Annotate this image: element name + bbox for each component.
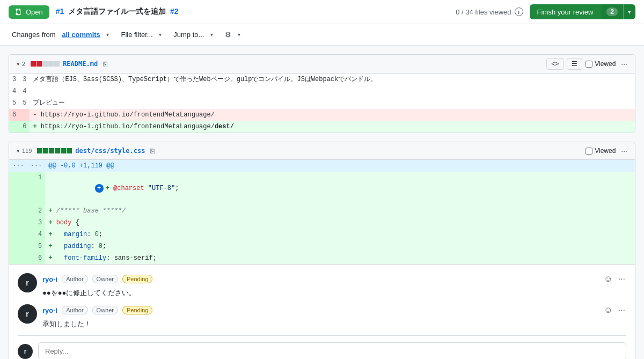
settings-caret: ▾: [238, 32, 240, 38]
viewed-checkbox-style-css[interactable]: Viewed: [586, 147, 616, 155]
hunk-ellipsis: ···: [27, 160, 46, 172]
all-commits-caret: ▾: [106, 32, 109, 38]
plus-sign: +: [48, 254, 52, 262]
finish-review-caret[interactable]: ▾: [623, 4, 635, 19]
charset-keyword: @charset: [113, 185, 144, 192]
collapse-icon: ▾: [17, 61, 20, 68]
line-content: + body {: [45, 217, 635, 229]
pending-badge-1: Pending: [122, 275, 152, 283]
pr-number-1: #1: [56, 7, 64, 16]
readme-filename: README.md: [63, 60, 98, 68]
line-num-new: [19, 109, 30, 121]
info-icon[interactable]: i: [515, 8, 523, 16]
file-view-button-readme[interactable]: ☰: [567, 58, 582, 70]
add-comment-button[interactable]: +: [95, 184, 104, 193]
viewed-input-readme[interactable]: [586, 61, 592, 68]
reply-input[interactable]: [38, 342, 626, 359]
pr-title-text: メタ言語ファイル一式を追加: [68, 7, 166, 16]
prop-margin: margin: [64, 231, 87, 238]
emoji-button-2[interactable]: ☺: [603, 304, 613, 316]
line-num-old: [9, 252, 27, 264]
file-header-right-readme: <> ☰ Viewed ···: [546, 58, 630, 70]
prop-fontfamily: font-family: [64, 254, 106, 262]
comment-body-1: ●●を●●に修正してください。: [42, 288, 626, 298]
hunk-label: @@ -0,0 +1,119 @@: [45, 160, 635, 172]
username-2: ryo-i: [42, 306, 57, 314]
open-button[interactable]: Open: [9, 5, 49, 19]
diff-row-added: 1 ++ @charset "UTF-8";: [9, 172, 635, 205]
more-options-readme-button[interactable]: ···: [619, 58, 630, 69]
line-num-new: 5: [27, 240, 46, 252]
copy-style-css-path-button[interactable]: ⎘: [148, 146, 157, 156]
collapse-style-css-button[interactable]: ▾ 119: [14, 146, 34, 156]
diff-row: 3 3 メタ言語（EJS、Sass(SCSS)、TypeScript）で作ったW…: [9, 74, 635, 85]
file-filter-label: File filter...: [121, 31, 152, 39]
emoji-button-1[interactable]: ☺: [603, 273, 613, 285]
line-content: + font-family: sans-serif;: [45, 252, 635, 264]
jump-to[interactable]: Jump to... ▾: [170, 28, 216, 41]
line-content: - https://ryo-i.github.io/frontendMetaLa…: [30, 109, 635, 121]
comment-card-1: r ryo-i Author Owner Pending ☺ ···: [18, 273, 626, 298]
comment-section: r ryo-i Author Owner Pending ☺ ···: [9, 264, 635, 359]
line-num-new: 4: [27, 229, 46, 240]
settings[interactable]: ⚙ ▾: [222, 28, 244, 41]
readme-line-count: 2: [22, 61, 25, 67]
collapse-readme-button[interactable]: ▾ 2: [14, 60, 27, 69]
copy-readme-path-button[interactable]: ⎘: [101, 59, 109, 69]
line-num-old: [9, 240, 27, 252]
diff-stats-style-css: [37, 148, 72, 153]
diff-stat-bar: [31, 61, 36, 67]
viewed-checkbox-readme[interactable]: Viewed: [586, 60, 616, 68]
diff-row-added: 6 + https://ryo-i.github.io/frontendMeta…: [9, 121, 635, 133]
finish-review-badge[interactable]: 2: [601, 4, 623, 19]
files-viewed-count: 0 / 34 files viewed: [456, 8, 511, 16]
review-count-badge: 2: [606, 8, 618, 16]
code-view-button-readme[interactable]: <>: [546, 58, 564, 70]
comment-token: /***** base *****/: [56, 207, 126, 215]
diff-stat-bar: [37, 148, 42, 153]
changes-from-label: Changes from: [12, 31, 56, 39]
line-content: ++ @charset "UTF-8";: [45, 172, 635, 205]
comment-actions-1: ☺ ···: [603, 273, 626, 285]
file-filter-caret: ▾: [159, 32, 162, 38]
style-css-line-count: 119: [22, 148, 32, 154]
avatar-1: r: [18, 273, 37, 292]
diff-stat-bar: [36, 61, 42, 67]
line-num-new: 6: [27, 252, 46, 264]
diff-stat-bar: [54, 61, 60, 67]
line-num-old: [9, 229, 27, 240]
more-actions-1[interactable]: ···: [617, 273, 626, 285]
pr-number-2: #2: [170, 7, 179, 16]
file-header-left-readme: ▾ 2 README.md ⎘: [14, 59, 542, 69]
username-1: ryo-i: [42, 275, 57, 283]
avatar-2: r: [18, 304, 37, 324]
line-num-new: 2: [27, 205, 46, 217]
line-content: + /***** base *****/: [45, 205, 635, 217]
line-num-old: 5: [9, 97, 19, 109]
changes-from-filter[interactable]: Changes from all commits ▾: [9, 28, 112, 41]
diff-row-added: 5 + padding: 0;: [9, 240, 635, 252]
file-filter[interactable]: File filter... ▾: [118, 28, 165, 41]
line-num-old: 3: [9, 74, 19, 85]
diff-row-added: 6 + font-family: sans-serif;: [9, 252, 635, 264]
line-content: メタ言語（EJS、Sass(SCSS)、TypeScript）で作ったWebペー…: [30, 74, 635, 85]
pending-badge-2: Pending: [122, 306, 152, 314]
line-content: + padding: 0;: [45, 240, 635, 252]
finish-review-button[interactable]: Finish your review: [530, 4, 601, 19]
pr-title: #1 メタ言語ファイル一式を追加 #2: [56, 7, 449, 17]
file-block-readme: ▾ 2 README.md ⎘ <> ☰ Viewed: [9, 54, 635, 133]
charset-value: "UTF-8": [148, 185, 175, 192]
line-content: プレビュー: [30, 97, 635, 109]
diff-row-added: 4 + margin: 0;: [9, 229, 635, 240]
all-commits-link[interactable]: all commits: [62, 31, 100, 39]
line-content: + margin: 0;: [45, 229, 635, 240]
more-actions-2[interactable]: ···: [617, 304, 626, 316]
more-options-style-css-button[interactable]: ···: [619, 145, 630, 156]
caret-icon: ▾: [628, 9, 631, 16]
file-header-right-style-css: Viewed ···: [586, 145, 630, 156]
line-num-new: 3: [27, 217, 46, 229]
line-num-new: 3: [19, 74, 30, 85]
line-num-old: [9, 121, 19, 133]
viewed-input-style-css[interactable]: [586, 148, 592, 155]
subtoolbar: Changes from all commits ▾ File filter..…: [0, 24, 644, 46]
